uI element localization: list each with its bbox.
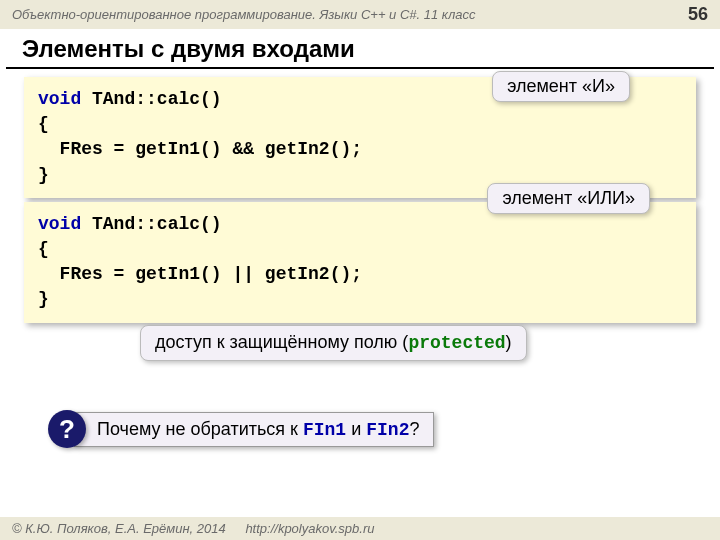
- slide-header: Объектно-ориентированное программировани…: [0, 0, 720, 29]
- slide-title: Элементы с двумя входами: [6, 29, 714, 69]
- callout-or-element: элемент «ИЛИ»: [487, 183, 650, 214]
- keyword-void: void: [38, 214, 81, 234]
- slide-footer: © К.Ю. Поляков, Е.А. Ерёмин, 2014 http:/…: [0, 517, 720, 540]
- keyword-protected: protected: [408, 333, 505, 353]
- identifier-fin2: FIn2: [366, 420, 409, 440]
- keyword-void: void: [38, 89, 81, 109]
- callout-and-element: элемент «И»: [492, 71, 630, 102]
- page-number: 56: [688, 4, 708, 25]
- copyright: © К.Ю. Поляков, Е.А. Ерёмин, 2014: [12, 521, 226, 536]
- course-name: Объектно-ориентированное программировани…: [12, 7, 476, 22]
- code-block-or: void TAnd::calc() { FRes = getIn1() || g…: [24, 202, 696, 323]
- question-box: Почему не обратиться к FIn1 и FIn2?: [74, 412, 434, 447]
- identifier-fin1: FIn1: [303, 420, 346, 440]
- question-row: ? Почему не обратиться к FIn1 и FIn2?: [48, 410, 434, 448]
- footer-url: http://kpolyakov.spb.ru: [245, 521, 374, 536]
- question-mark-icon: ?: [48, 410, 86, 448]
- callout-protected: доступ к защищённому полю (protected): [140, 325, 527, 361]
